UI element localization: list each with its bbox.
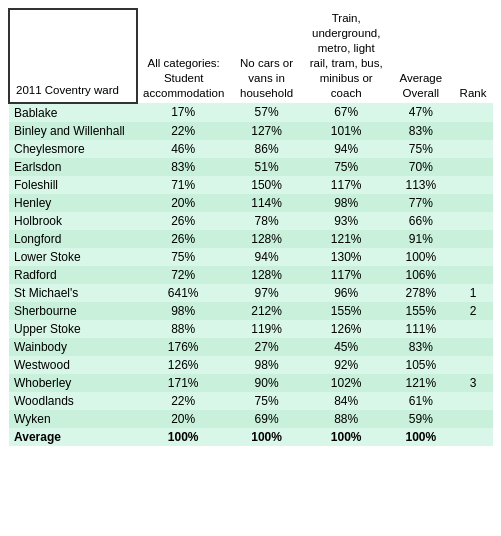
cell-avg: 106% [389,266,454,284]
cell-student: 22% [137,122,229,140]
table-row: Binley and Willenhall22%127%101%83% [9,122,493,140]
cell-train: 117% [304,266,389,284]
cell-train: 101% [304,122,389,140]
table-row: Sherbourne98%212%155%155%2 [9,302,493,320]
cell-student: 100% [137,428,229,446]
cell-nocars: 212% [229,302,304,320]
cell-nocars: 51% [229,158,304,176]
cell-rank: 2 [453,302,493,320]
cell-nocars: 27% [229,338,304,356]
cell-ward: Sherbourne [9,302,137,320]
table-row: Upper Stoke88%119%126%111% [9,320,493,338]
cell-student: 17% [137,103,229,122]
cell-ward: St Michael's [9,284,137,302]
cell-student: 20% [137,410,229,428]
cell-rank [453,122,493,140]
cell-avg: 278% [389,284,454,302]
cell-avg: 83% [389,122,454,140]
cell-train: 96% [304,284,389,302]
cell-ward: Average [9,428,137,446]
cell-rank [453,176,493,194]
cell-rank [453,392,493,410]
cell-rank [453,266,493,284]
cell-train: 126% [304,320,389,338]
table-row: Wyken20%69%88%59% [9,410,493,428]
col-header-avg: Average Overall [389,9,454,103]
cell-nocars: 150% [229,176,304,194]
cell-rank [453,230,493,248]
cell-rank: 3 [453,374,493,392]
cell-avg: 70% [389,158,454,176]
cell-ward: Cheylesmore [9,140,137,158]
table-row: Cheylesmore46%86%94%75% [9,140,493,158]
cell-avg: 75% [389,140,454,158]
cell-rank [453,320,493,338]
cell-student: 83% [137,158,229,176]
cell-avg: 91% [389,230,454,248]
cell-train: 45% [304,338,389,356]
cell-ward: Bablake [9,103,137,122]
data-table: 2011 Coventry ward All categories: Stude… [8,8,493,446]
cell-ward: Upper Stoke [9,320,137,338]
cell-avg: 155% [389,302,454,320]
col-header-student: All categories: Student accommodation [137,9,229,103]
cell-train: 88% [304,410,389,428]
cell-nocars: 128% [229,230,304,248]
col-header-rank: Rank [453,9,493,103]
cell-student: 641% [137,284,229,302]
cell-student: 26% [137,230,229,248]
cell-student: 72% [137,266,229,284]
table-row: Henley20%114%98%77% [9,194,493,212]
cell-student: 126% [137,356,229,374]
cell-train: 84% [304,392,389,410]
cell-nocars: 114% [229,194,304,212]
cell-nocars: 127% [229,122,304,140]
cell-nocars: 119% [229,320,304,338]
cell-train: 117% [304,176,389,194]
cell-rank [453,410,493,428]
cell-ward: Wyken [9,410,137,428]
cell-nocars: 86% [229,140,304,158]
cell-rank: 1 [453,284,493,302]
cell-student: 20% [137,194,229,212]
cell-nocars: 90% [229,374,304,392]
table-row: Foleshill71%150%117%113% [9,176,493,194]
cell-train: 94% [304,140,389,158]
cell-nocars: 69% [229,410,304,428]
cell-avg: 100% [389,248,454,266]
cell-ward: Holbrook [9,212,137,230]
cell-train: 102% [304,374,389,392]
table-row: Whoberley171%90%102%121%3 [9,374,493,392]
cell-avg: 47% [389,103,454,122]
cell-train: 130% [304,248,389,266]
main-container: 2011 Coventry ward All categories: Stude… [0,0,501,454]
cell-avg: 83% [389,338,454,356]
cell-student: 171% [137,374,229,392]
col-header-train: Train, underground, metro, light rail, t… [304,9,389,103]
cell-avg: 111% [389,320,454,338]
cell-train: 93% [304,212,389,230]
cell-train: 121% [304,230,389,248]
cell-ward: Whoberley [9,374,137,392]
cell-train: 92% [304,356,389,374]
cell-rank [453,140,493,158]
table-row: Radford72%128%117%106% [9,266,493,284]
cell-student: 71% [137,176,229,194]
cell-rank [453,194,493,212]
table-row: Earlsdon83%51%75%70% [9,158,493,176]
table-row: Lower Stoke75%94%130%100% [9,248,493,266]
cell-train: 75% [304,158,389,176]
cell-avg: 61% [389,392,454,410]
table-row: Woodlands22%75%84%61% [9,392,493,410]
cell-ward: Binley and Willenhall [9,122,137,140]
cell-nocars: 100% [229,428,304,446]
cell-nocars: 75% [229,392,304,410]
table-row: Bablake17%57%67%47% [9,103,493,122]
cell-avg: 77% [389,194,454,212]
cell-student: 176% [137,338,229,356]
cell-nocars: 97% [229,284,304,302]
table-row: Longford26%128%121%91% [9,230,493,248]
cell-rank [453,103,493,122]
cell-student: 88% [137,320,229,338]
cell-avg: 66% [389,212,454,230]
